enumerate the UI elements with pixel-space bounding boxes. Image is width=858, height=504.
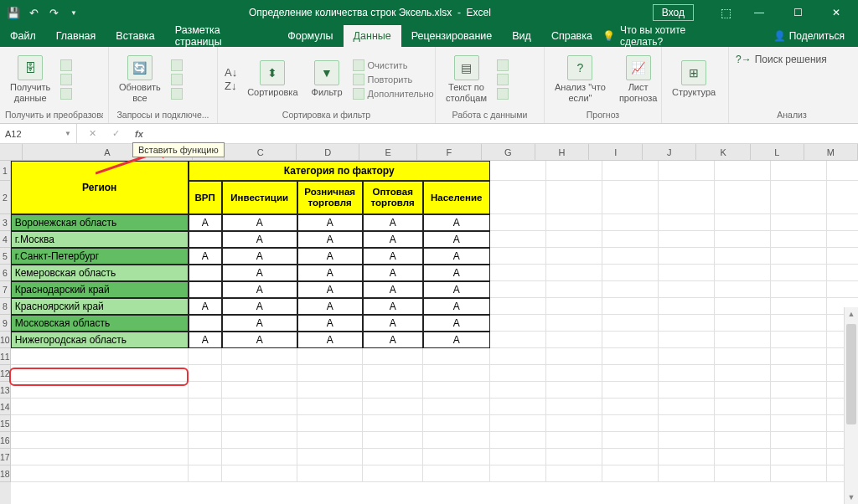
data-cell[interactable]: А <box>297 298 363 315</box>
sort-za-icon[interactable]: Z↓ <box>225 80 237 92</box>
cell[interactable] <box>771 465 827 482</box>
cell[interactable] <box>602 248 659 265</box>
data-cell[interactable]: А <box>423 265 490 281</box>
cell[interactable] <box>771 181 827 214</box>
data-cell[interactable]: А <box>297 248 363 265</box>
data-cell[interactable]: А <box>363 298 423 315</box>
cell[interactable] <box>602 214 659 231</box>
cell[interactable] <box>771 382 827 399</box>
data-cell[interactable]: А <box>222 298 297 315</box>
cell[interactable] <box>189 432 222 449</box>
cell[interactable] <box>546 348 602 365</box>
cell[interactable] <box>827 214 858 231</box>
cell[interactable] <box>659 231 715 248</box>
region-name[interactable]: Краснодарский край <box>11 281 189 298</box>
data-cell[interactable]: А <box>423 332 490 348</box>
data-cell[interactable]: А <box>297 315 363 332</box>
undo-icon[interactable]: ↶ <box>27 6 40 19</box>
data-cell[interactable]: А <box>297 281 363 298</box>
cell[interactable] <box>297 399 363 415</box>
cell[interactable] <box>771 214 827 231</box>
region-name[interactable]: Воронежская область <box>11 214 189 231</box>
share-button[interactable]: 👤 Поделиться <box>773 30 845 42</box>
cell[interactable] <box>715 382 771 399</box>
cell[interactable] <box>363 399 423 415</box>
cell[interactable] <box>423 365 490 382</box>
cell[interactable] <box>659 382 715 399</box>
tab-data[interactable]: Данные <box>344 25 401 47</box>
data-cell[interactable]: А <box>423 231 490 248</box>
data-cell[interactable]: А <box>363 332 423 348</box>
cell[interactable] <box>423 348 490 365</box>
column-header[interactable]: E <box>359 144 417 160</box>
cell[interactable] <box>771 415 827 432</box>
cell[interactable] <box>189 449 222 465</box>
cell[interactable] <box>546 248 602 265</box>
cell[interactable] <box>11 449 189 465</box>
row-header[interactable]: 17 <box>0 449 11 465</box>
data-cell[interactable]: А <box>222 315 297 332</box>
cell[interactable] <box>423 382 490 399</box>
data-cell[interactable]: А <box>222 281 297 298</box>
flash-fill-button[interactable] <box>497 59 509 71</box>
region-name[interactable]: г.Москва <box>11 231 189 248</box>
tab-view[interactable]: Вид <box>502 25 541 47</box>
insert-function-button[interactable]: fx Вставить функцию <box>132 127 146 141</box>
close-button[interactable]: ✕ <box>818 0 855 25</box>
cell[interactable] <box>771 161 827 181</box>
column-header[interactable]: K <box>696 144 750 160</box>
forecast-sheet-button[interactable]: 📈 Лист прогноза <box>616 54 660 105</box>
cell[interactable] <box>11 348 189 365</box>
cell[interactable] <box>602 265 659 281</box>
cell[interactable] <box>222 399 297 415</box>
data-cell[interactable]: А <box>189 332 222 348</box>
cell[interactable] <box>546 265 602 281</box>
advanced-filter-button[interactable]: Дополнительно <box>353 88 434 100</box>
cell[interactable] <box>715 298 771 315</box>
cell[interactable] <box>715 231 771 248</box>
data-cell[interactable]: А <box>363 248 423 265</box>
region-name[interactable]: Красноярский край <box>11 298 189 315</box>
category-header[interactable]: Категория по фактору <box>189 161 490 181</box>
cell[interactable] <box>11 465 189 482</box>
data-cell[interactable]: А <box>423 281 490 298</box>
data-cell[interactable]: А <box>297 231 363 248</box>
whatif-button[interactable]: ? Анализ "что если" <box>551 54 609 105</box>
cell[interactable] <box>11 415 189 432</box>
from-table-button[interactable] <box>60 59 72 71</box>
cell[interactable] <box>11 382 189 399</box>
cell[interactable] <box>771 365 827 382</box>
cell[interactable] <box>222 465 297 482</box>
column-header[interactable]: M <box>804 144 858 160</box>
cell[interactable] <box>297 348 363 365</box>
scrollbar-thumb[interactable] <box>846 324 856 424</box>
cell[interactable] <box>715 248 771 265</box>
tab-review[interactable]: Рецензирование <box>401 25 503 47</box>
cell[interactable] <box>771 332 827 348</box>
column-header[interactable]: F <box>417 144 482 160</box>
cell[interactable] <box>363 432 423 449</box>
cell[interactable] <box>602 332 659 348</box>
cell[interactable] <box>297 415 363 432</box>
solver-button[interactable]: ?→ Поиск решения <box>736 54 827 65</box>
cell[interactable] <box>659 248 715 265</box>
cell[interactable] <box>490 181 546 214</box>
cell[interactable] <box>827 161 858 181</box>
data-cell[interactable] <box>189 281 222 298</box>
cell[interactable] <box>490 161 546 181</box>
cancel-formula-button[interactable]: ✕ <box>85 127 99 141</box>
cell[interactable] <box>363 365 423 382</box>
edit-links-button[interactable] <box>171 88 183 100</box>
cell[interactable] <box>546 281 602 298</box>
cell[interactable] <box>659 161 715 181</box>
row-header[interactable]: 10 <box>0 332 11 348</box>
subheader[interactable]: Инвестиции <box>222 181 297 214</box>
cell[interactable] <box>490 281 546 298</box>
cell[interactable] <box>659 214 715 231</box>
subheader[interactable]: Оптовая торговля <box>363 181 423 214</box>
cell[interactable] <box>715 449 771 465</box>
row-header[interactable]: 6 <box>0 265 11 281</box>
cell[interactable] <box>602 399 659 415</box>
login-button[interactable]: Вход <box>653 4 694 21</box>
data-cell[interactable]: А <box>297 265 363 281</box>
